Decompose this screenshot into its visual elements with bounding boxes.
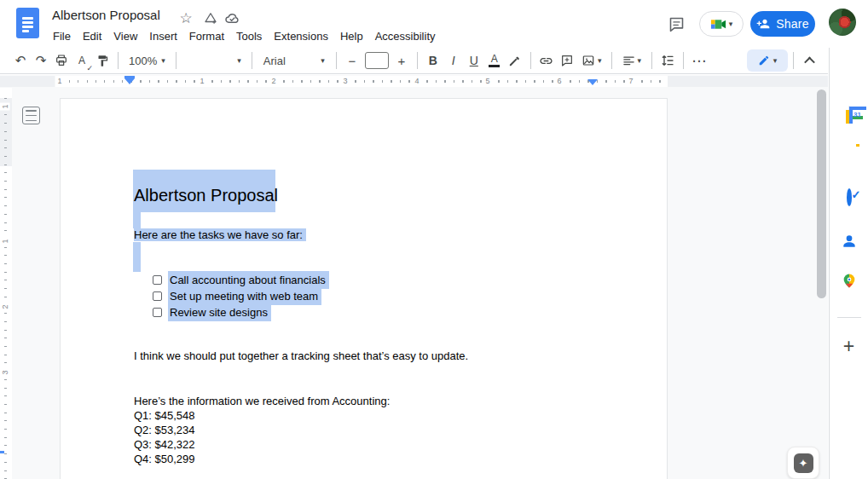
toolbar-divider — [336, 52, 337, 69]
decrease-font-size-icon[interactable]: − — [342, 50, 362, 71]
move-icon[interactable] — [201, 9, 220, 27]
paragraph-styles-dropdown[interactable]: ▾ — [182, 50, 246, 71]
ruler-number: 3 — [0, 368, 10, 376]
logo-line — [22, 21, 33, 24]
ruler-number: 2 — [269, 76, 278, 87]
redo-icon[interactable]: ↷ — [31, 50, 51, 71]
editor-area: 1 1 2 3 4 5 6 7 1 1 2 3 — [0, 75, 828, 479]
ruler-number: 4 — [412, 76, 421, 87]
explore-star-icon: ✦ — [794, 453, 813, 473]
checkbox-unchecked[interactable] — [153, 275, 162, 285]
star-icon[interactable]: ☆ — [176, 9, 195, 27]
toolbar-divider — [118, 52, 119, 69]
formatting-toolbar: ↶ ↷ A ✓ 100% ▾ ▾ Arial ▾ — [0, 48, 828, 74]
spell-check-icon[interactable]: A ✓ — [72, 50, 92, 71]
italic-icon[interactable]: I — [443, 50, 464, 71]
styles-dropdown-arrow: ▾ — [237, 57, 241, 65]
panel-divider — [837, 317, 861, 318]
menu-extensions[interactable]: Extensions — [268, 28, 334, 44]
toolbar-divider — [651, 52, 652, 69]
editing-mode-button[interactable]: ▾ — [747, 49, 788, 72]
zoom-control[interactable]: 100% ▾ — [124, 50, 171, 71]
text-color-icon[interactable]: A — [484, 50, 505, 71]
vertical-ruler-marker — [0, 451, 4, 453]
tasks-icon[interactable]: ✓ — [847, 191, 852, 204]
document-outline-icon[interactable] — [22, 107, 40, 124]
share-person-icon — [756, 17, 770, 31]
paint-format-icon[interactable] — [92, 50, 113, 71]
doc-heading[interactable]: Albertson Proposal — [134, 183, 278, 207]
get-addons-icon[interactable]: + — [843, 338, 854, 355]
editing-mode-dropdown-arrow: ▾ — [773, 57, 778, 65]
ruler-number: 7 — [626, 76, 635, 87]
toolbar-divider — [417, 52, 418, 69]
doc-line[interactable]: Q4: $50,299 — [134, 452, 195, 466]
left-indent-marker[interactable] — [124, 76, 135, 84]
menu-view[interactable]: View — [107, 28, 143, 44]
print-icon[interactable] — [51, 50, 72, 71]
logo-line — [22, 26, 33, 28]
checkbox-unchecked[interactable] — [153, 308, 162, 317]
logo-line — [22, 17, 33, 20]
doc-paragraph[interactable]: Here’s the information we received from … — [134, 394, 390, 408]
menu-tools[interactable]: Tools — [230, 28, 268, 44]
calendar-icon[interactable]: 31 — [848, 107, 850, 119]
google-meet-button[interactable]: ▾ — [699, 11, 744, 37]
menu-accessibility[interactable]: Accessibility — [369, 28, 442, 44]
vertical-scrollbar[interactable] — [817, 89, 826, 298]
highlight-color-icon[interactable] — [505, 50, 525, 71]
increase-font-size-icon[interactable]: + — [391, 50, 412, 71]
checklist-item: Set up meeting with web team — [153, 288, 321, 304]
line-spacing-icon[interactable] — [657, 50, 678, 71]
pencil-icon — [758, 55, 770, 66]
account-avatar[interactable] — [829, 9, 856, 36]
contacts-icon[interactable] — [841, 233, 858, 252]
menu-help[interactable]: Help — [334, 28, 369, 44]
doc-line[interactable]: Q2: $53,234 — [134, 423, 195, 437]
underline-icon[interactable]: U — [464, 50, 484, 71]
add-comment-icon[interactable] — [557, 50, 577, 71]
vertical-ruler[interactable]: 1 1 2 3 — [0, 88, 12, 479]
ruler-number: 1 — [0, 237, 10, 245]
insert-link-icon[interactable] — [536, 50, 557, 71]
side-panel: 31 ✓ + › — [829, 48, 868, 479]
align-icon[interactable]: ▾ — [617, 50, 646, 71]
document-page[interactable]: Albertson Proposal Here are the tasks we… — [60, 98, 668, 479]
explore-button[interactable]: ✦ — [787, 447, 819, 479]
undo-icon[interactable]: ↶ — [10, 50, 31, 71]
checklist-item: Call accounting about financials — [153, 272, 329, 288]
document-status-cloud-icon[interactable] — [223, 9, 241, 27]
topbar: Albertson Proposal ☆ File Edit View Inse… — [0, 0, 868, 48]
menu-edit[interactable]: Edit — [77, 28, 107, 44]
document-title[interactable]: Albertson Proposal — [52, 6, 160, 25]
align-dropdown-arrow: ▾ — [638, 57, 642, 65]
doc-paragraph[interactable]: Here are the tasks we have so far: — [134, 228, 306, 242]
hide-menus-icon[interactable] — [799, 50, 819, 71]
font-size-input[interactable] — [365, 52, 389, 69]
toolbar-divider — [683, 52, 684, 69]
font-dropdown-arrow: ▾ — [321, 57, 325, 65]
toolbar-divider — [611, 52, 612, 69]
menu-insert[interactable]: Insert — [143, 28, 183, 44]
docs-logo[interactable] — [16, 8, 39, 38]
insert-image-icon[interactable]: ▾ — [577, 50, 606, 71]
maps-icon[interactable] — [841, 273, 857, 291]
doc-line[interactable]: Q1: $45,548 — [134, 408, 195, 423]
horizontal-ruler[interactable]: 1 1 2 3 4 5 6 7 — [0, 76, 828, 87]
share-button[interactable]: Share — [750, 11, 815, 37]
doc-line[interactable]: Q3: $42,322 — [134, 437, 195, 452]
more-toolbar-options-icon[interactable]: ⋯ — [689, 50, 709, 71]
selection-highlight — [133, 242, 141, 272]
menu-format[interactable]: Format — [183, 28, 230, 44]
checkbox-unchecked[interactable] — [153, 291, 162, 301]
checklist-item: Review site designs — [153, 304, 271, 320]
bold-icon[interactable]: B — [423, 50, 443, 71]
open-comments-icon[interactable] — [664, 12, 688, 36]
meet-dropdown-arrow: ▾ — [729, 20, 733, 28]
menu-file[interactable]: File — [47, 28, 77, 44]
right-indent-marker[interactable] — [587, 79, 598, 85]
ruler-number: 3 — [340, 76, 350, 87]
font-family-dropdown[interactable]: Arial ▾ — [258, 50, 331, 71]
ruler-number: 1 — [55, 76, 64, 87]
doc-paragraph[interactable]: I think we should put together a trackin… — [134, 349, 468, 363]
